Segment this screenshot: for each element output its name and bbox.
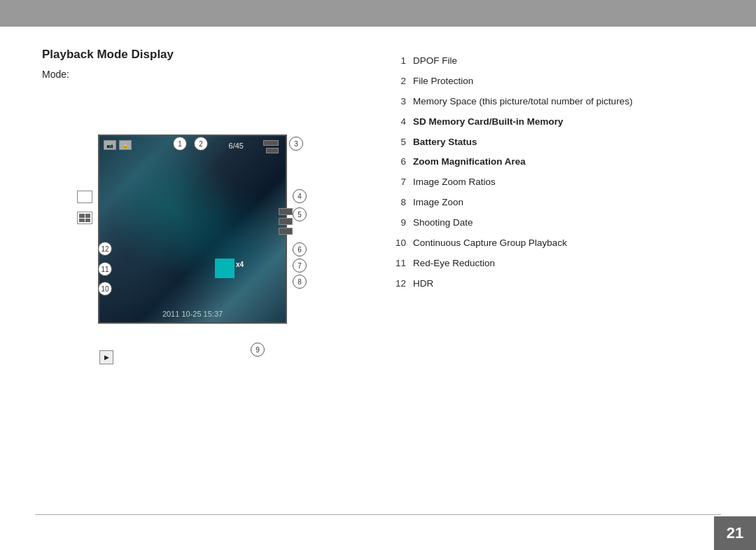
- callout-10: 10: [98, 282, 112, 296]
- counter-text: 6/45: [229, 142, 244, 150]
- battery-bar-2: [266, 148, 279, 153]
- continuous-capture-icon: ▶: [99, 350, 113, 364]
- page-title: Playback Mode Display: [42, 48, 364, 62]
- list-item: 1 DPOF File: [392, 55, 714, 68]
- callout-2: 2: [194, 137, 208, 151]
- hdr-icon: [77, 191, 92, 203]
- callout-11: 11: [98, 262, 112, 276]
- screen-top-icons: 📷 🔒: [104, 140, 132, 150]
- callout-3: 3: [289, 137, 303, 151]
- list-item: 8 Image Zoon: [392, 196, 714, 209]
- callout-8: 8: [293, 275, 307, 289]
- list-item: 7 Image Zoom Ratios: [392, 176, 714, 189]
- callout-1: 1: [173, 137, 187, 151]
- list-item: 9 Shooting Date: [392, 216, 714, 230]
- camera-screen: 📷 🔒 6/45 x4 2011 10-25 15:37: [98, 135, 287, 324]
- red-eye-icon: [77, 212, 92, 224]
- callout-7: 7: [293, 259, 307, 273]
- top-bar: [0, 0, 756, 27]
- callout-6: 6: [293, 242, 307, 256]
- date-bar: 2011 10-25 15:37: [99, 310, 286, 318]
- bottom-line: [35, 514, 721, 516]
- callout-5: 5: [293, 207, 307, 221]
- callout-9: 9: [251, 343, 265, 357]
- battery-icon: [263, 140, 279, 153]
- battery-bar-1: [263, 140, 279, 146]
- callout-12: 12: [98, 242, 112, 256]
- list-item: 5 Battery Status: [392, 136, 714, 149]
- diagram-container: 📷 🔒 6/45 x4 2011 10-25 15:37: [56, 92, 322, 387]
- items-list: 1 DPOF File 2 File Protection 3 Memory S…: [392, 55, 714, 291]
- zoom-bar-1: [279, 208, 293, 215]
- list-item: 6 Zoom Magnification Area: [392, 156, 714, 169]
- content-area: Playback Mode Display Mode: 📷 🔒 6/45: [0, 27, 756, 401]
- list-item: 12 HDR: [392, 277, 714, 291]
- list-item: 4 SD Memory Card/Built-in Memory: [392, 116, 714, 129]
- right-bars: [279, 208, 293, 235]
- list-item: 10 Continuous Capture Group Playback: [392, 237, 714, 250]
- page-number-box: 21: [714, 516, 756, 550]
- list-item: 2 File Protection: [392, 75, 714, 88]
- mode-label: Mode:: [42, 69, 364, 80]
- protection-icon: 🔒: [119, 140, 132, 150]
- zoom-label: x4: [236, 261, 244, 268]
- list-item: 3 Memory Space (this picture/total numbe…: [392, 95, 714, 109]
- callout-4: 4: [293, 189, 307, 203]
- left-column: Playback Mode Display Mode: 📷 🔒 6/45: [42, 48, 364, 387]
- zoom-bar-2: [279, 218, 293, 225]
- page-number: 21: [727, 524, 743, 542]
- zoom-bar-3: [279, 228, 293, 235]
- right-column: 1 DPOF File 2 File Protection 3 Memory S…: [392, 48, 714, 387]
- zoom-area-box: [215, 259, 234, 278]
- dpof-icon: 📷: [104, 140, 116, 150]
- list-item: 11 Red-Eye Reduction: [392, 257, 714, 270]
